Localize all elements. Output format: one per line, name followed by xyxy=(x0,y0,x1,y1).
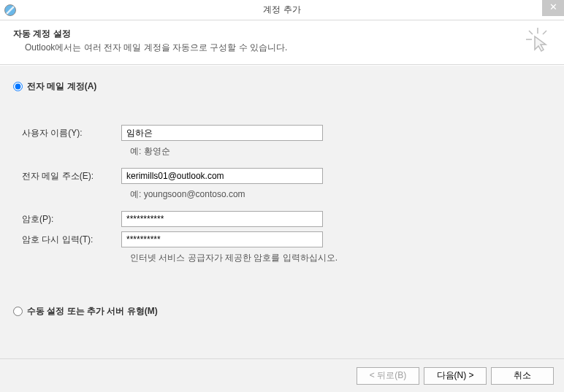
form-area: 사용자 이름(Y): 예: 황영순 전자 메일 주소(E): 예: youngs… xyxy=(22,125,551,264)
email-account-option[interactable]: 전자 메일 계정(A) xyxy=(13,80,551,93)
email-account-label: 전자 메일 계정(A) xyxy=(27,80,96,93)
header-description: Outlook에서는 여러 전자 메일 계정을 자동으로 구성할 수 있습니다. xyxy=(25,42,551,54)
svg-line-3 xyxy=(543,31,546,34)
password-row: 암호(P): xyxy=(22,211,551,227)
next-button[interactable]: 다음(N) > xyxy=(424,367,487,385)
manual-setup-radio[interactable] xyxy=(13,307,23,316)
name-hint: 예: 황영순 xyxy=(130,145,551,158)
titlebar: 계정 추가 ✕ xyxy=(0,0,564,20)
manual-setup-label: 수동 설정 또는 추가 서버 유형(M) xyxy=(27,305,158,318)
window-title: 계정 추가 xyxy=(263,4,300,16)
password-hint: 인터넷 서비스 공급자가 제공한 암호를 입력하십시오. xyxy=(130,252,551,264)
email-input[interactable] xyxy=(121,168,323,184)
header-title: 자동 계정 설정 xyxy=(13,28,551,40)
password-confirm-input[interactable] xyxy=(121,231,323,247)
close-button[interactable]: ✕ xyxy=(542,0,564,16)
cursor-click-icon xyxy=(525,26,551,53)
email-row: 전자 메일 주소(E): xyxy=(22,168,551,184)
svg-line-2 xyxy=(529,31,533,34)
password-label: 암호(P): xyxy=(22,213,121,226)
cancel-button[interactable]: 취소 xyxy=(491,367,554,385)
password-confirm-row: 암호 다시 입력(T): xyxy=(22,231,551,247)
name-row: 사용자 이름(Y): xyxy=(22,125,551,141)
email-account-radio[interactable] xyxy=(13,82,23,91)
footer: < 뒤로(B) 다음(N) > 취소 xyxy=(0,358,564,392)
password-confirm-label: 암호 다시 입력(T): xyxy=(22,234,121,246)
app-icon xyxy=(4,4,16,16)
name-label: 사용자 이름(Y): xyxy=(22,127,121,139)
manual-setup-option[interactable]: 수동 설정 또는 추가 서버 유형(M) xyxy=(13,305,551,318)
close-icon: ✕ xyxy=(549,1,557,12)
email-label: 전자 메일 주소(E): xyxy=(22,170,121,182)
header-panel: 자동 계정 설정 Outlook에서는 여러 전자 메일 계정을 자동으로 구성… xyxy=(0,20,564,65)
body-panel: 전자 메일 계정(A) 사용자 이름(Y): 예: 황영순 전자 메일 주소(E… xyxy=(0,65,564,361)
back-button[interactable]: < 뒤로(B) xyxy=(357,367,419,385)
password-input[interactable] xyxy=(121,211,323,227)
name-input[interactable] xyxy=(121,125,323,141)
email-hint: 예: youngsoon@contoso.com xyxy=(130,188,551,201)
